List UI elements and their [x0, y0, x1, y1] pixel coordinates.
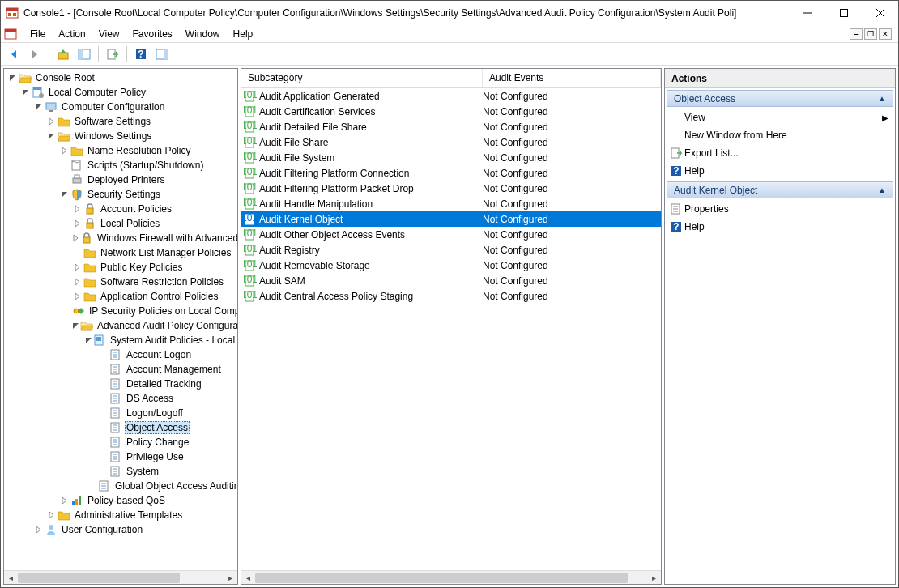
action-help-2[interactable]: ? Help [665, 218, 895, 236]
tree-item-ds[interactable]: DS Access [4, 391, 237, 406]
tree-item-lp[interactable]: Local Policies [4, 216, 237, 231]
tree-item-am[interactable]: Account Management [4, 362, 237, 377]
col-audit-events[interactable]: Audit Events [483, 69, 661, 87]
tree-item-ws[interactable]: Windows Settings [4, 129, 237, 143]
mdi-minimize[interactable]: ‒ [850, 28, 863, 40]
list-row[interactable]: 101Audit Filtering Platform Packet DropN… [241, 181, 661, 196]
expand-icon[interactable] [72, 219, 83, 228]
expand-icon[interactable] [59, 147, 70, 155]
tree-item-nlm[interactable]: Network List Manager Policies [4, 245, 237, 260]
list-row[interactable]: 101Audit Filtering Platform ConnectionNo… [241, 165, 661, 181]
tree-item-dt[interactable]: Detailed Tracking [4, 377, 237, 391]
tree-item-sec[interactable]: Security Settings [4, 187, 237, 202]
mdi-restore[interactable]: ❐ [864, 28, 877, 40]
list-row[interactable]: 101Audit File SystemNot Configured [241, 150, 661, 165]
menu-help[interactable]: Help [227, 27, 260, 41]
list-row[interactable]: 101Audit Kernel ObjectNot Configured [241, 211, 661, 227]
tree-item-dp[interactable]: Deployed Printers [4, 173, 237, 187]
list-row[interactable]: 101Audit Central Access Policy StagingNo… [241, 288, 661, 304]
list-body[interactable]: 101Audit Application GeneratedNot Config… [241, 88, 661, 570]
menu-action[interactable]: Action [52, 27, 92, 41]
expand-icon[interactable] [72, 263, 83, 271]
action-label: Properties [684, 203, 729, 215]
tree-item-scripts[interactable]: Scripts (Startup/Shutdown) [4, 158, 237, 173]
list-hscroll[interactable]: ◂ ▸ [241, 570, 661, 584]
tree[interactable]: Console RootLocal Computer PolicyCompute… [4, 69, 237, 570]
tree-item-srp[interactable]: Software Restriction Policies [4, 275, 237, 289]
action-help[interactable]: ? Help [665, 162, 895, 180]
maximize-button[interactable] [825, 1, 862, 25]
list-row[interactable]: 101Audit Handle ManipulationNot Configur… [241, 196, 661, 211]
tree-item-wf[interactable]: Windows Firewall with Advanced Security [4, 231, 237, 245]
svg-rect-27 [87, 223, 93, 228]
menu-view[interactable]: View [92, 27, 126, 41]
tree-item-ips[interactable]: IP Security Policies on Local Computer [4, 304, 237, 318]
col-subcategory[interactable]: Subcategory [241, 69, 483, 87]
tree-item-ll[interactable]: Logon/Logoff [4, 406, 237, 420]
tree-item-root[interactable]: Console Root [4, 70, 237, 85]
tree-item-pbq[interactable]: Policy-based QoS [4, 493, 237, 508]
tree-item-aapc[interactable]: Advanced Audit Policy Configuration [4, 318, 237, 333]
menu-window[interactable]: Window [179, 27, 227, 41]
action-properties[interactable]: Properties [665, 200, 895, 218]
collapse-icon[interactable] [59, 190, 70, 198]
list-row[interactable]: 101Audit Detailed File ShareNot Configur… [241, 119, 661, 134]
expand-icon[interactable] [59, 496, 70, 505]
tree-item-uc[interactable]: User Configuration [4, 522, 237, 537]
list-row[interactable]: 101Audit Removable StorageNot Configured [241, 258, 661, 273]
action-export-list[interactable]: Export List... [665, 144, 895, 162]
action-view[interactable]: View▶ [665, 109, 895, 126]
tree-item-oa[interactable]: Object Access [4, 420, 237, 435]
collapse-icon[interactable] [7, 74, 19, 82]
tree-item-goaa[interactable]: Global Object Access Auditing [4, 479, 237, 493]
menu-file[interactable]: File [23, 27, 52, 41]
show-hide-action-button[interactable] [152, 45, 172, 64]
collapse-icon[interactable] [33, 103, 45, 111]
mdi-close[interactable]: ✕ [879, 28, 892, 40]
action-section-kernel-object[interactable]: Audit Kernel Object▲ [667, 181, 893, 198]
close-button[interactable] [862, 1, 898, 25]
list-row[interactable]: 101Audit Certification ServicesNot Confi… [241, 104, 661, 119]
expand-icon[interactable] [46, 511, 58, 519]
expand-icon[interactable] [46, 117, 58, 126]
expand-icon[interactable] [72, 292, 83, 300]
action-section-object-access[interactable]: Object Access▲ [667, 90, 893, 107]
back-button[interactable] [4, 45, 23, 64]
expand-icon[interactable] [72, 205, 83, 213]
show-hide-tree-button[interactable] [75, 45, 94, 64]
tree-item-lcp[interactable]: Local Computer Policy [4, 85, 237, 100]
tree-hscroll[interactable]: ◂ ▸ [4, 570, 237, 584]
action-new-window[interactable]: New Window from Here [665, 126, 895, 144]
collapse-icon[interactable] [85, 336, 93, 344]
expand-icon[interactable] [72, 278, 83, 286]
up-button[interactable] [53, 45, 73, 64]
collapse-icon[interactable] [20, 88, 32, 96]
tree-item-sys[interactable]: System [4, 464, 237, 479]
minimize-button[interactable] [789, 1, 825, 25]
tree-item-al[interactable]: Account Logon [4, 347, 237, 362]
tree-item-pu[interactable]: Privilege Use [4, 450, 237, 464]
collapse-icon[interactable] [72, 322, 80, 330]
help-button[interactable]: ? [131, 45, 151, 64]
tree-item-nrp[interactable]: Name Resolution Policy [4, 143, 237, 158]
tree-item-at[interactable]: Administrative Templates [4, 508, 237, 522]
export-button[interactable] [103, 45, 122, 64]
expand-icon[interactable] [33, 526, 45, 534]
tree-item-ap[interactable]: Account Policies [4, 202, 237, 216]
list-row[interactable]: 101Audit File ShareNot Configured [241, 134, 661, 150]
expand-icon[interactable] [72, 234, 80, 242]
list-row[interactable]: 101Audit RegistryNot Configured [241, 242, 661, 258]
tree-item-cc[interactable]: Computer Configuration [4, 100, 237, 114]
tree-item-acp[interactable]: Application Control Policies [4, 289, 237, 304]
list-row[interactable]: 101Audit Application GeneratedNot Config… [241, 88, 661, 104]
list-row[interactable]: 101Audit Other Object Access EventsNot C… [241, 227, 661, 242]
tree-item-ss[interactable]: Software Settings [4, 114, 237, 129]
tree-item-sap[interactable]: System Audit Policies - Local Group Poli… [4, 333, 237, 347]
collapse-icon[interactable] [46, 132, 58, 140]
list-row[interactable]: 101Audit SAMNot Configured [241, 273, 661, 288]
forward-button[interactable] [25, 45, 45, 64]
menu-favorites[interactable]: Favorites [126, 27, 179, 41]
tree-item-pkp[interactable]: Public Key Policies [4, 260, 237, 275]
script-icon [70, 159, 83, 172]
tree-item-pc[interactable]: Policy Change [4, 435, 237, 450]
